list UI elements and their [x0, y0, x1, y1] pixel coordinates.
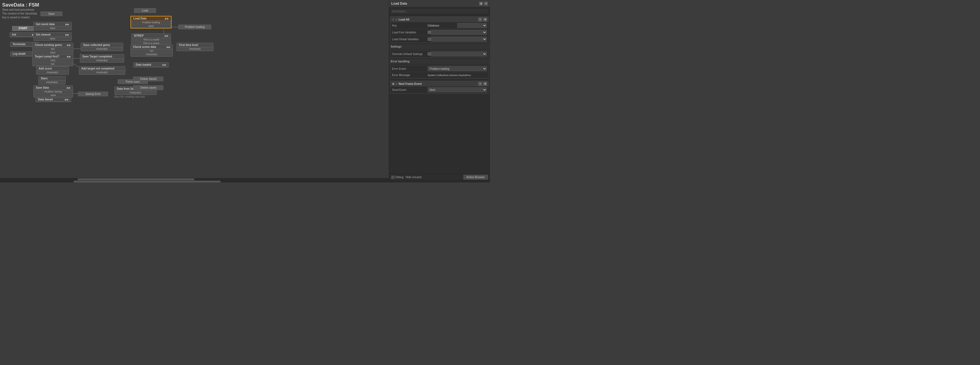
delete-saved-label: Delete Saved	[133, 77, 163, 81]
next-frame-icons: ? ⚙	[478, 82, 487, 86]
data-loaded-node[interactable]: Data loaded ▶▶	[133, 62, 169, 67]
canvas-scrollbar-thumb[interactable]	[78, 179, 194, 180]
data-saved-node[interactable]: Data Saved ▶▶	[35, 97, 71, 102]
global-scrollbar[interactable]	[0, 180, 490, 182]
override-check[interactable]	[428, 52, 431, 56]
error-event-label: Error Event	[392, 67, 428, 70]
debug-checkbox[interactable]	[391, 176, 395, 179]
first-time-level-title: First time level	[177, 43, 213, 47]
fsm-subtitle: Save and load procedures.The content of …	[2, 8, 39, 19]
set-cleared-event: Next	[33, 37, 72, 40]
load-fsm-select[interactable]	[431, 30, 487, 35]
load-fsm-label: Load Fsm Variables	[392, 31, 428, 34]
global-scrollbar-thumb[interactable]	[73, 180, 221, 182]
key-row: Key Database	[390, 22, 488, 29]
load-all-section: ✓ ✓ Load All ? ⚙ Key Database Load Fsm V…	[390, 16, 489, 43]
stars-title: Stars	[38, 77, 65, 81]
add-target-not-completed-node[interactable]: Add target not completed FINISHED	[79, 66, 125, 75]
override-row: Override Default Settings	[390, 51, 488, 57]
get-event-data-title: Get event data ▶▶	[33, 22, 72, 27]
next-frame-check: ✓	[395, 82, 398, 85]
next-frame-info-icon[interactable]: ?	[478, 82, 482, 86]
target-compl-first-node[interactable]: Target compl first? ▶▶ YES NO	[32, 54, 73, 66]
sitrep-node[interactable]: SITREP ▶▶ This is a world This is a scen…	[131, 33, 171, 45]
get-event-data-node[interactable]: Get event data ▶▶ Next	[33, 22, 72, 30]
debug-check[interactable]: Debug	[391, 176, 403, 179]
app-container: SaveData : FSM Save and load procedures.…	[0, 0, 490, 180]
error-message-row: Error Message System.Collections.Generic…	[390, 72, 488, 78]
load-fsm-check[interactable]	[428, 31, 431, 34]
set-cleared-title: Set cleared ▶▶	[33, 33, 72, 37]
error-event-select[interactable]: Problem loading	[428, 66, 487, 71]
start-node[interactable]: START	[12, 26, 34, 31]
right-panel: Load Data ⊞ ✕ Description... ✓ ✓ Load Al…	[389, 0, 490, 180]
data-from-savedata-event: FINISHED	[115, 91, 156, 95]
get-event-data-event: Next	[33, 27, 72, 30]
add-target-not-completed-event: FINISHED	[79, 71, 125, 75]
add-score-node[interactable]: Add score FINISHED	[36, 66, 69, 75]
send-event-label: Send Event	[392, 88, 428, 91]
save-data-next: Next	[33, 94, 73, 97]
stars-node[interactable]: Stars FINISHED	[38, 76, 66, 84]
load-data-node[interactable]: Load Data ▶▶ Problem loading Next	[130, 16, 172, 29]
canvas-scrollbar[interactable]	[0, 178, 389, 180]
target-compl-yes: YES	[33, 59, 73, 62]
save-data-node[interactable]: Save Data ▶▶ Problem Saving Next	[33, 85, 73, 97]
load-global-select[interactable]	[431, 37, 487, 41]
also-comment: Also for creating new key	[115, 95, 145, 98]
fsm-title-text: SaveData : FSM	[2, 2, 39, 8]
add-score-event: FINISHED	[37, 71, 69, 75]
hide-unused-label: Hide Unused	[406, 176, 421, 179]
check-scene-data-finished: FINISHED	[131, 53, 173, 56]
load-global-row: Load Global Variables	[390, 36, 488, 43]
load-all-info-icon[interactable]: ?	[478, 18, 482, 21]
save-target-completed-node[interactable]: Save Target completed FINISHED	[80, 54, 124, 63]
check-existing-gems-title: Check existing gems ▶▶	[33, 43, 73, 47]
next-frame-header: ⊞ ✓ Next Frame Event ? ⚙	[390, 81, 488, 86]
panel-description[interactable]: Description...	[390, 8, 489, 14]
check-existing-gems-node[interactable]: Check existing gems ▶▶ NO Next	[32, 43, 73, 55]
panel-icon-grid[interactable]: ⊞	[479, 2, 483, 5]
hide-unused-check[interactable]: Hide Unused	[406, 176, 421, 179]
override-select[interactable]	[431, 51, 487, 56]
check-scene-data-node[interactable]: Check scene data ▶▶ NO FINISHED	[130, 45, 173, 57]
start-node-title: START	[12, 26, 33, 31]
load-global-check[interactable]	[428, 37, 431, 41]
load-data-problem: Problem loading	[131, 21, 171, 24]
data-saved-title: Data Saved ▶▶	[36, 97, 71, 102]
action-browser-button[interactable]: Action Browser	[463, 175, 488, 180]
load-all-gear-icon[interactable]: ⚙	[483, 18, 487, 21]
error-message-label: Error Message	[392, 73, 428, 77]
save-collected-gems-node[interactable]: Save collected gems FINISHED	[81, 43, 123, 51]
load-all-check2: ✓	[395, 18, 398, 21]
data-loaded-title: Data loaded ▶▶	[134, 63, 169, 67]
load-all-checkmark: ✓	[392, 18, 394, 21]
bottom-bar-right: Action Browser	[463, 175, 488, 180]
load-all-label: Load All	[399, 18, 409, 21]
send-event-select[interactable]: Next	[428, 87, 487, 92]
save-collected-gems-event: FINISHED	[81, 47, 123, 51]
panel-header-icons: ⊞ ✕	[479, 2, 488, 5]
panel-icon-x[interactable]: ✕	[484, 2, 488, 5]
fsm-title: SaveData : FSM Save and load procedures.…	[2, 2, 39, 19]
set-cleared-node[interactable]: Set cleared ▶▶ Next	[33, 32, 72, 41]
panel-title: Load Data	[391, 2, 407, 5]
key-select[interactable]	[457, 23, 487, 28]
save-target-completed-event: FINISHED	[80, 59, 124, 62]
error-handling-section: Error Event Problem loading Error Messag…	[390, 65, 489, 78]
bottom-bar-left: Debug Hide Unused	[391, 176, 461, 179]
key-label: Key	[392, 24, 428, 27]
check-scene-data-no: NO	[131, 49, 173, 53]
saving-error-label: Saving Error	[78, 92, 108, 96]
next-frame-gear-icon[interactable]: ⚙	[483, 82, 487, 86]
load-fsm-row: Load Fsm Variables	[390, 29, 488, 36]
settings-section: Override Default Settings	[390, 50, 489, 58]
first-time-level-node[interactable]: First time level FINISHED	[177, 43, 213, 51]
save-label: Save	[40, 11, 62, 16]
panel-spacer	[389, 95, 490, 174]
next-frame-label: Next Frame Event	[399, 82, 422, 85]
check-existing-gems-no: NO	[33, 47, 73, 51]
right-panel-bottom: Debug Hide Unused Action Browser	[389, 174, 490, 180]
save-data-problem: Problem Saving	[33, 90, 73, 94]
first-time-level-event: FINISHED	[177, 47, 213, 51]
